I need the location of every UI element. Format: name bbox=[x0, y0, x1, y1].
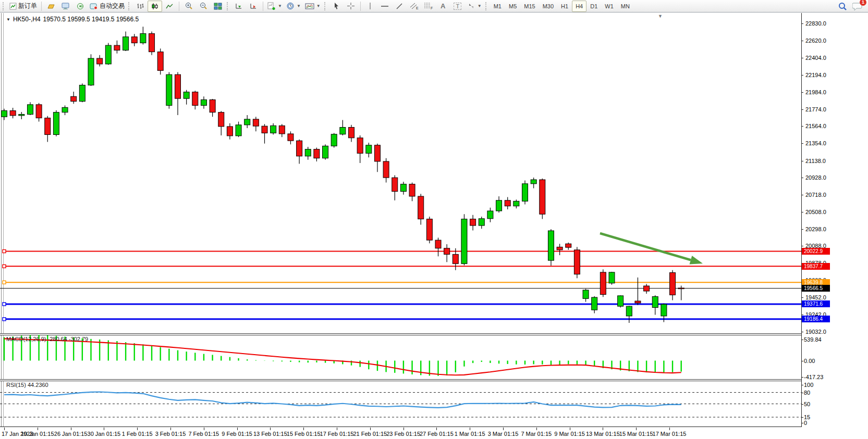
timeframe-button-m30[interactable]: M30 bbox=[539, 1, 557, 12]
rsi-axis-tick bbox=[801, 393, 803, 393]
notifications-button[interactable]: 1 bbox=[852, 2, 863, 11]
toolbar-drag-handle[interactable] bbox=[3, 2, 6, 10]
timeframe-button-mn[interactable]: MN bbox=[617, 1, 633, 12]
text-tool-button[interactable]: A bbox=[436, 1, 450, 12]
candle-body bbox=[236, 125, 241, 136]
templates-button[interactable]: ▼ bbox=[303, 1, 323, 12]
candle-body bbox=[426, 219, 432, 241]
rsi-value: 44.2360 bbox=[28, 382, 48, 388]
timeframe-button-m1[interactable]: M1 bbox=[490, 1, 505, 12]
toolbar-drag-handle[interactable] bbox=[128, 2, 131, 10]
price-axis-tick-label: 19452.0 bbox=[805, 294, 826, 300]
candle-body bbox=[279, 126, 285, 134]
new-order-label: 新订单 bbox=[18, 2, 37, 10]
indicators-button[interactable]: ▼ bbox=[265, 1, 284, 12]
tile-windows-icon bbox=[214, 3, 222, 10]
candle-body bbox=[540, 180, 545, 214]
time-axis-tick bbox=[536, 428, 537, 430]
arrows-tool-button[interactable]: ▼ bbox=[465, 1, 484, 12]
price-axis-tick-label: 22194.0 bbox=[805, 72, 826, 78]
crosshair-tool-button[interactable] bbox=[344, 1, 358, 12]
arrow-shapes-icon bbox=[467, 2, 475, 10]
line-anchor-handle[interactable] bbox=[3, 281, 6, 284]
candle-body bbox=[661, 304, 667, 316]
periods-button[interactable]: ▼ bbox=[284, 1, 303, 12]
time-axis[interactable]: 17 Jan 202319 Jan 01:1526 Jan 01:1530 Ja… bbox=[0, 427, 801, 439]
line-chart-button[interactable] bbox=[162, 1, 177, 12]
auto-scroll-button[interactable] bbox=[231, 1, 246, 12]
candle-body bbox=[323, 146, 328, 158]
timeframe-button-m5[interactable]: M5 bbox=[505, 1, 520, 12]
auto-scroll-icon bbox=[235, 3, 243, 10]
line-anchor-handle[interactable] bbox=[3, 318, 6, 321]
timeframe-button-w1[interactable]: W1 bbox=[601, 1, 617, 12]
candlestick-icon bbox=[151, 3, 159, 10]
timeframe-button-m15[interactable]: M15 bbox=[520, 1, 539, 12]
horizontal-line-tool-button[interactable] bbox=[377, 1, 392, 12]
bar-chart-button[interactable] bbox=[133, 1, 148, 12]
time-axis-tick bbox=[137, 428, 138, 430]
candle-body bbox=[514, 201, 519, 206]
time-axis-tick bbox=[237, 428, 238, 430]
search-icon[interactable] bbox=[838, 2, 847, 11]
new-order-button[interactable]: 新订单 bbox=[7, 1, 39, 12]
chevron-down-icon: ▼ bbox=[297, 4, 301, 8]
price-axis-tick bbox=[801, 58, 803, 58]
candle-body bbox=[62, 107, 68, 112]
toolbar-drag-handle[interactable] bbox=[485, 2, 488, 10]
toolbar-drag-handle[interactable] bbox=[227, 2, 230, 10]
zoom-out-button[interactable] bbox=[196, 1, 211, 12]
time-axis-tick bbox=[370, 428, 371, 430]
chart-shift-button[interactable] bbox=[246, 1, 261, 12]
price-axis-tick-label: 21564.0 bbox=[805, 123, 826, 129]
timeframe-button-h1[interactable]: H1 bbox=[557, 1, 572, 12]
candle-body bbox=[71, 96, 77, 101]
equidistant-channel-tool-button[interactable]: E bbox=[407, 1, 421, 12]
fibonacci-icon: F bbox=[424, 2, 433, 10]
horizontal-line-icon bbox=[381, 3, 389, 10]
candlestick-chart-button[interactable] bbox=[148, 1, 162, 12]
candle-body bbox=[383, 161, 389, 178]
fibonacci-tool-button[interactable]: F bbox=[421, 1, 436, 12]
macd-signal-line bbox=[4, 338, 681, 375]
rsi-panel[interactable] bbox=[0, 381, 801, 427]
candle-body bbox=[97, 58, 103, 64]
macd-label: MACD(12,26,9) -280.64 -302.79 bbox=[6, 336, 88, 342]
signals-button[interactable] bbox=[73, 1, 88, 12]
cursor-tool-button[interactable] bbox=[329, 1, 344, 12]
time-axis-label: 17 Mar 01:15 bbox=[649, 431, 690, 437]
line-anchor-handle[interactable] bbox=[3, 249, 6, 253]
price-axis-tick bbox=[801, 332, 803, 332]
new-order-icon bbox=[9, 3, 17, 10]
terminal-button[interactable] bbox=[58, 1, 73, 12]
trendline-tool-button[interactable] bbox=[392, 1, 407, 12]
candle-body bbox=[45, 118, 51, 135]
timeframe-button-d1[interactable]: D1 bbox=[586, 1, 601, 12]
candle-body bbox=[305, 149, 311, 156]
timeframe-button-h4[interactable]: H4 bbox=[572, 1, 586, 12]
template-icon bbox=[305, 3, 314, 10]
line-anchor-handle[interactable] bbox=[3, 265, 6, 268]
candle-body bbox=[557, 247, 563, 249]
trend-arrow-line[interactable] bbox=[600, 233, 691, 260]
toolbar-drag-handle[interactable] bbox=[324, 2, 327, 10]
price-axis-tick-label: 22404.0 bbox=[805, 55, 826, 61]
price-chart[interactable] bbox=[0, 13, 801, 333]
price-axis-tick-label: 22620.0 bbox=[805, 37, 826, 44]
line-anchor-handle[interactable] bbox=[3, 303, 6, 306]
market-watch-button[interactable] bbox=[44, 1, 58, 12]
vertical-line-tool-button[interactable] bbox=[363, 1, 377, 12]
candle-body bbox=[470, 219, 476, 225]
candle-body bbox=[496, 200, 502, 211]
price-axis-tick bbox=[801, 23, 803, 24]
auto-trading-button[interactable]: 自动交易 bbox=[88, 1, 127, 12]
price-axis-tick bbox=[801, 315, 803, 315]
candle-body bbox=[2, 111, 7, 117]
tile-windows-button[interactable] bbox=[211, 1, 225, 12]
zoom-in-button[interactable] bbox=[181, 1, 196, 12]
candle-body bbox=[331, 134, 337, 146]
trend-arrow-head[interactable] bbox=[690, 256, 703, 264]
macd-panel[interactable] bbox=[0, 335, 801, 379]
rsi-axis-tick-label: 100 bbox=[804, 382, 813, 388]
text-label-tool-button[interactable]: T bbox=[450, 1, 465, 12]
